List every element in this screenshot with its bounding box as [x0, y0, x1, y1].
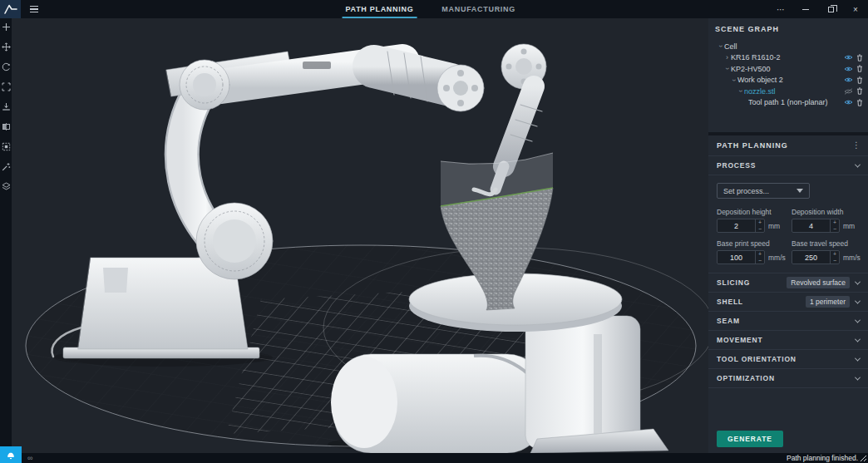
layers-icon[interactable] [2, 182, 11, 191]
tree-node-cell[interactable]: › Cell [715, 41, 863, 52]
chevron-down-icon [855, 161, 861, 167]
caret-collapsed-icon[interactable]: › [723, 54, 731, 62]
chevron-down-icon [855, 317, 861, 323]
tree-node-kp2[interactable]: › KP2-HV500 [715, 63, 863, 75]
delete-icon[interactable] [856, 99, 863, 106]
pan-icon[interactable] [2, 42, 11, 52]
status-message: Path planning finished. [787, 454, 858, 462]
orbit-icon[interactable] [2, 62, 11, 71]
robot-brand-plate [303, 62, 331, 69]
tree-node-tool-path[interactable]: Tool path 1 (non-planar) [715, 97, 863, 109]
section-shell[interactable]: SHELL 1 perimeter [708, 293, 868, 312]
eye-visible-icon[interactable] [844, 54, 853, 61]
measure-icon[interactable] [2, 162, 11, 171]
spinner-up[interactable]: + [831, 219, 839, 226]
tab-path-planning[interactable]: PATH PLANNING [343, 0, 417, 18]
delete-icon[interactable] [856, 87, 863, 95]
adaxis-logo-icon [2, 2, 18, 16]
base-travel-speed-input[interactable] [792, 251, 830, 264]
right-sidebar: SCENE GRAPH › Cell › KR16 R1610-2 › KP2-… [708, 18, 868, 453]
path-planning-header: PATH PLANNING ⋮ [708, 135, 868, 156]
caret-expanded-icon[interactable]: › [717, 42, 724, 50]
drop-to-floor-icon[interactable] [2, 102, 11, 111]
frame-select-icon[interactable] [2, 142, 11, 151]
more-menu-icon[interactable]: ⋯ [768, 0, 793, 18]
tree-node-work-object[interactable]: › Work object 2 [715, 75, 863, 86]
path-planning-title: PATH PLANNING [717, 141, 788, 150]
spinner-up[interactable]: + [756, 251, 764, 258]
base-print-speed-input[interactable] [718, 251, 755, 264]
main-tabs: PATH PLANNING MANUFACTURING [343, 0, 519, 18]
path-planning-panel: PATH PLANNING ⋮ PROCESS Set process... D… [708, 135, 868, 453]
section-icon[interactable] [2, 122, 11, 131]
scene-graph-title: SCENE GRAPH [715, 25, 863, 33]
generate-button[interactable]: GENERATE [717, 431, 783, 447]
chevron-down-icon [855, 374, 861, 380]
app-logo[interactable] [0, 0, 21, 18]
maximize-icon[interactable] [818, 0, 843, 18]
section-slicing[interactable]: SLICING Revolved surface [708, 273, 868, 293]
eye-visible-icon[interactable] [844, 66, 853, 72]
eye-visible-icon[interactable] [844, 76, 853, 83]
tree-node-nozzle[interactable]: › nozzle.stl [715, 86, 863, 97]
add-icon[interactable] [2, 22, 11, 32]
notification-button[interactable] [0, 446, 22, 463]
scene-graph-panel: SCENE GRAPH › Cell › KR16 R1610-2 › KP2-… [708, 18, 868, 132]
field-base-print-speed: Base print speed +− mm/s [717, 239, 792, 264]
caret-expanded-icon[interactable]: › [737, 87, 744, 95]
set-process-dropdown[interactable]: Set process... [717, 183, 810, 199]
chevron-down-icon [855, 355, 861, 361]
eye-hidden-icon[interactable] [844, 88, 853, 95]
shell-badge: 1 perimeter [806, 296, 850, 308]
close-icon[interactable]: × [843, 0, 868, 18]
spinner-down[interactable]: − [756, 226, 764, 233]
window-controls: ⋯ × [768, 0, 868, 18]
field-deposition-height: Deposition height +− mm [717, 208, 792, 233]
caret-expanded-icon[interactable]: › [723, 65, 731, 72]
section-tool-orientation[interactable]: TOOL ORIENTATION [708, 350, 868, 369]
section-optimization[interactable]: OPTIMIZATION [708, 369, 868, 388]
viewport-3d[interactable] [12, 18, 708, 453]
field-base-travel-speed: Base travel speed +− mm/s [792, 239, 861, 264]
spinner-down[interactable]: − [831, 258, 839, 264]
spinner-up[interactable]: + [831, 251, 839, 258]
status-link-icon: ∞ [27, 455, 32, 462]
delete-icon[interactable] [856, 54, 863, 62]
spinner-up[interactable]: + [756, 219, 764, 226]
resize-grip[interactable] [860, 455, 867, 462]
spinner-down[interactable]: − [756, 258, 764, 264]
caret-expanded-icon[interactable]: › [730, 76, 737, 84]
deposition-height-input[interactable] [718, 219, 755, 232]
delete-icon[interactable] [856, 65, 863, 72]
delete-icon[interactable] [856, 76, 863, 84]
field-deposition-width: Deposition width +− mm [792, 208, 861, 233]
tab-manufacturing[interactable]: MANUFACTURING [438, 0, 519, 18]
chevron-down-icon [855, 298, 861, 303]
deposition-width-input[interactable] [792, 219, 830, 232]
minimize-icon[interactable] [793, 0, 818, 18]
menu-icon[interactable] [30, 6, 38, 13]
kebab-menu-icon[interactable]: ⋮ [852, 141, 861, 150]
spinner-down[interactable]: − [831, 226, 839, 233]
eye-visible-icon[interactable] [844, 99, 853, 106]
title-bar: PATH PLANNING MANUFACTURING ⋯ × [0, 0, 868, 18]
section-movement[interactable]: MOVEMENT [708, 331, 868, 350]
dropdown-arrow-icon [796, 189, 803, 193]
slicing-badge: Revolved surface [787, 277, 850, 288]
section-seam[interactable]: SEAM [708, 312, 868, 331]
fit-view-icon[interactable] [2, 82, 11, 91]
view-toolbar [0, 18, 12, 453]
bell-icon [7, 451, 15, 460]
status-bar: ∞ Path planning finished. [0, 453, 868, 463]
tree-node-kr16[interactable]: › KR16 R1610-2 [715, 52, 863, 64]
chevron-down-icon [855, 278, 861, 284]
process-body: Set process... Deposition height +− mm D… [708, 175, 868, 273]
chevron-down-icon [855, 336, 861, 342]
section-process[interactable]: PROCESS [708, 156, 868, 175]
